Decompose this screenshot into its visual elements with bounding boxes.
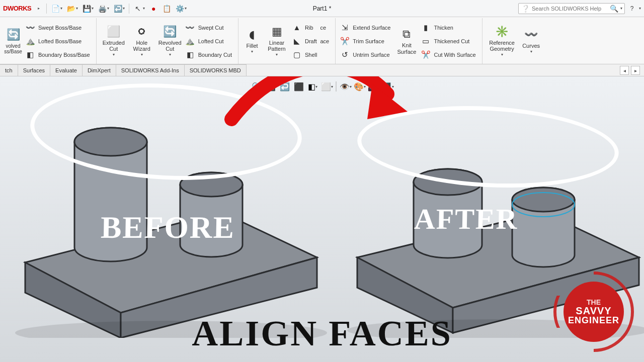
lofted-cut-button[interactable]: ⛰️Lofted Cut: [184, 35, 235, 48]
extruded-cut-icon: ⬜: [107, 25, 121, 39]
draft-button[interactable]: ◣Draft: [291, 35, 320, 48]
boundary-cut-icon: ◧: [185, 50, 195, 60]
draft-icon: ◣: [292, 36, 302, 46]
badge-line-2: SAVVY: [576, 306, 611, 316]
tab-addins[interactable]: SOLIDWORKS Add-Ins: [116, 64, 185, 76]
search-dropdown-icon[interactable]: ▾: [620, 6, 622, 11]
help-balloon-icon: ❔: [521, 4, 530, 13]
open-icon[interactable]: 📂▾: [65, 3, 79, 14]
search-icon[interactable]: 🔍: [609, 4, 618, 13]
tab-mbd[interactable]: SOLIDWORKS MBD: [185, 64, 247, 76]
ribbon-group-surfaces: ⇲Extend Surface ✂️Trim Surface ↺Untrim S…: [336, 18, 482, 64]
tab-nav-prev[interactable]: ◂: [620, 66, 629, 75]
thickened-cut-button[interactable]: ▭Thickened Cut: [420, 35, 478, 48]
trim-surface-button[interactable]: ✂️Trim Surface: [339, 35, 393, 48]
tab-surfaces[interactable]: Surfaces: [18, 64, 50, 76]
revolved-boss-icon: 🔄: [6, 28, 20, 42]
mirror-ce-button[interactable]: ce: [319, 21, 332, 34]
select-icon[interactable]: ↖▾: [132, 3, 146, 14]
revolved-cut-icon: 🔄: [163, 25, 177, 39]
shell-icon: ▢: [292, 50, 302, 60]
rebuild-icon[interactable]: ●: [148, 3, 159, 14]
shell-button[interactable]: ▢Shell: [291, 48, 320, 61]
curves-button[interactable]: 〰️Curves▾: [519, 20, 544, 63]
save-icon[interactable]: 💾▾: [81, 3, 95, 14]
swept-cut-icon: 〰️: [185, 23, 195, 33]
curves-icon: 〰️: [524, 28, 538, 42]
rib-icon: ▲: [292, 23, 302, 33]
help-dropdown-icon[interactable]: ▾: [639, 6, 641, 11]
ribbon-group-boss: 🔄 volved ss/Base 〰️Swept Boss/Base ⛰️Lof…: [2, 18, 97, 64]
badge-line-3: ENGINEER: [568, 316, 619, 325]
linear-pattern-icon: ▦: [270, 25, 284, 39]
thicken-icon: ▮: [421, 23, 431, 33]
help-button[interactable]: ?: [627, 4, 637, 14]
badge-line-1: THE: [587, 299, 601, 306]
revolved-cut-button[interactable]: 🔄Revolved Cut▾: [156, 20, 184, 63]
help-search-input[interactable]: [532, 6, 607, 12]
trim-surface-icon: ✂️: [340, 36, 350, 46]
reference-geometry-icon: ✳️: [495, 25, 509, 39]
extruded-cut-button[interactable]: ⬜Extruded Cut▾: [100, 20, 128, 63]
untrim-surface-icon: ↺: [340, 50, 350, 60]
swept-cut-button[interactable]: 〰️Swept Cut: [184, 21, 235, 34]
boundary-boss-button[interactable]: ◧Boundary Boss/Base: [24, 48, 93, 61]
ribbon-group-features: ◖Fillet▾ ▦Linear Pattern▾ ▲Rib ◣Draft ▢S…: [238, 18, 336, 64]
cut-with-surface-button[interactable]: ✂️Cut With Surface: [420, 48, 478, 61]
reference-geometry-button[interactable]: ✳️Reference Geometry▾: [486, 20, 519, 63]
knit-surface-button[interactable]: ⧉Knit Surface: [393, 20, 420, 63]
help-search: ❔ 🔍 ▾ ? ▾: [518, 3, 641, 14]
tab-sketch[interactable]: tch: [0, 64, 18, 76]
tab-dimxpert[interactable]: DimXpert: [83, 64, 116, 76]
quick-access-toolbar: 📄▾ 📂▾ 💾▾ 🖨️▾ ↩️▾ ↖▾ ● 📋 ⚙️▾: [45, 3, 188, 14]
swept-boss-button[interactable]: 〰️Swept Boss/Base: [24, 21, 93, 34]
boundary-cut-button[interactable]: ◧Boundary Cut: [184, 48, 235, 61]
fillet-button[interactable]: ◖Fillet▾: [242, 20, 263, 63]
ribbon: 🔄 volved ss/Base 〰️Swept Boss/Base ⛰️Lof…: [0, 17, 644, 64]
command-manager-tabs: tch Surfaces Evaluate DimXpert SOLIDWORK…: [0, 64, 644, 76]
knit-surface-icon: ⧉: [399, 27, 414, 41]
savvy-engineer-badge: THE SAVVY ENGINEER: [553, 272, 634, 352]
document-title: Part1 *: [313, 5, 332, 12]
svg-point-14: [512, 188, 575, 212]
graphics-viewport[interactable]: 🔍 🔲 ↩️ ⬛ ◧▾ ⬜▾ 👁️▾ 🎨▾ 🌄▾ 🖥️▾: [0, 76, 644, 362]
menu-expand-icon[interactable]: ▸: [34, 4, 43, 13]
linear-pattern-button[interactable]: ▦Linear Pattern▾: [263, 20, 291, 63]
lofted-boss-icon: ⛰️: [25, 36, 35, 46]
ribbon-group-cut: ⬜Extruded Cut▾ ⭘Hole Wizard▾ 🔄Revolved C…: [97, 18, 238, 64]
tab-nav-next[interactable]: ▸: [631, 66, 640, 75]
swept-boss-icon: 〰️: [25, 23, 35, 33]
revolved-boss-button[interactable]: 🔄 volved ss/Base: [2, 20, 24, 63]
extend-surface-button[interactable]: ⇲Extend Surface: [339, 21, 393, 34]
cut-with-surface-icon: ✂️: [421, 50, 431, 60]
help-search-box[interactable]: ❔ 🔍 ▾: [518, 3, 625, 14]
rib-button[interactable]: ▲Rib: [291, 21, 320, 34]
app-logo: DWORKS: [3, 5, 34, 12]
print-icon[interactable]: 🖨️▾: [97, 3, 110, 14]
thickened-cut-icon: ▭: [421, 36, 431, 46]
settings-icon[interactable]: ⚙️▾: [174, 3, 188, 14]
fillet-icon: ◖: [245, 28, 259, 42]
hole-wizard-button[interactable]: ⭘Hole Wizard▾: [128, 20, 156, 63]
lofted-cut-icon: ⛰️: [185, 36, 195, 46]
caption-before: BEFORE: [100, 210, 235, 245]
thicken-button[interactable]: ▮Thicken: [420, 21, 478, 34]
hole-wizard-icon: ⭘: [135, 25, 149, 39]
new-icon[interactable]: 📄▾: [50, 3, 63, 14]
extend-surface-icon: ⇲: [340, 23, 350, 33]
menu-bar: DWORKS ▸ 📄▾ 📂▾ 💾▾ 🖨️▾ ↩️▾ ↖▾ ● 📋 ⚙️▾ Par…: [0, 0, 644, 17]
options-icon[interactable]: 📋: [161, 3, 172, 14]
undo-icon[interactable]: ↩️▾: [112, 3, 126, 14]
ribbon-group-reference: ✳️Reference Geometry▾ 〰️Curves▾: [482, 18, 547, 64]
red-arrow-icon: [221, 76, 413, 129]
caption-title: ALIGN FACES: [192, 313, 452, 354]
tab-evaluate[interactable]: Evaluate: [50, 64, 83, 76]
boundary-boss-icon: ◧: [25, 50, 35, 60]
mirror-ace-button[interactable]: ace: [319, 35, 332, 48]
untrim-surface-button[interactable]: ↺Untrim Surface: [339, 48, 393, 61]
caption-after: AFTER: [414, 202, 519, 236]
lofted-boss-button[interactable]: ⛰️Lofted Boss/Base: [24, 35, 93, 48]
